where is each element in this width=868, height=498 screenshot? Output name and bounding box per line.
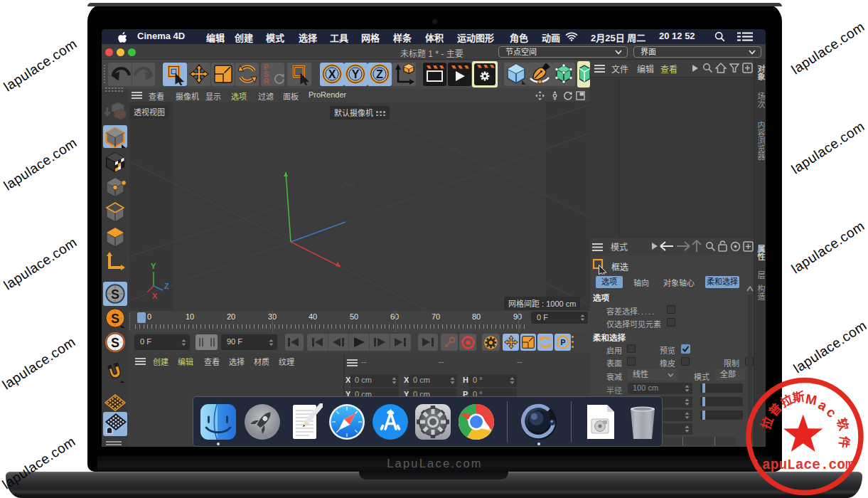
svg-text:X: X <box>152 292 158 300</box>
svg-text:斯: 斯 <box>791 389 805 405</box>
svg-text:件: 件 <box>836 435 852 449</box>
svg-text:Y: Y <box>352 68 360 80</box>
svg-text:S: S <box>111 336 119 350</box>
svg-text:M: M <box>804 391 818 408</box>
svg-text:Z: Z <box>376 68 383 80</box>
svg-text:S: S <box>111 312 119 326</box>
svg-text:软: 软 <box>834 416 851 432</box>
svg-text:S: S <box>111 287 119 302</box>
svg-text:Y: Y <box>151 262 156 270</box>
svg-text:P: P <box>561 339 566 346</box>
svg-text:X: X <box>328 68 336 80</box>
svg-text:LapuLace.com: LapuLace.com <box>754 457 853 473</box>
svg-text:Z: Z <box>164 282 169 290</box>
